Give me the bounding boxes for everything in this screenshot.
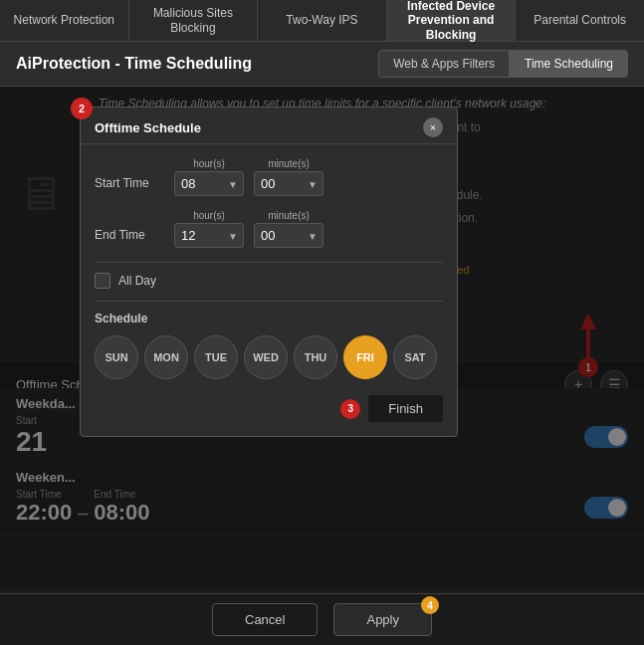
start-time-row: Start Time hour(s) 08 ▼ minute(s) (95, 158, 443, 196)
apply-badge: 4 (421, 596, 439, 614)
tab-parental-controls[interactable]: Parental Controls (516, 0, 644, 41)
minutes-label-end: minute(s) (268, 210, 310, 221)
start-hours-select[interactable]: 08 (174, 171, 244, 196)
bottom-bar: Cancel Apply 4 (0, 593, 644, 645)
tab-malicious-sites[interactable]: Malicious Sites Blocking (129, 0, 259, 41)
sub-tab-time-scheduling[interactable]: Time Scheduling (510, 50, 628, 78)
finish-row: 3 Finish (95, 395, 443, 422)
day-btn-sat[interactable]: SAT (393, 335, 437, 379)
day-buttons: SUN MON TUE WED THU FRI SAT (95, 335, 443, 379)
hours-label-end: hour(s) (193, 210, 225, 221)
day-btn-thu[interactable]: THU (294, 335, 337, 379)
sub-tab-web-apps[interactable]: Web & Apps Filters (378, 50, 510, 78)
modal-header: Offtime Schedule × (81, 108, 457, 144)
hours-label-start: hour(s) (193, 158, 225, 169)
page-header: AiProtection - Time Scheduling Web & App… (0, 42, 644, 87)
main-content: Time Scheduling allows you to set up tim… (0, 87, 644, 586)
all-day-label: All Day (118, 274, 156, 288)
modal-close-button[interactable]: × (423, 117, 443, 137)
end-minutes-group: minute(s) 00 ▼ (254, 210, 323, 248)
finish-button[interactable]: Finish (368, 395, 443, 422)
day-btn-mon[interactable]: MON (144, 335, 188, 379)
start-minutes-select-wrapper[interactable]: 00 ▼ (254, 171, 323, 196)
start-minutes-select[interactable]: 00 (254, 171, 323, 196)
modal-body: Start Time hour(s) 08 ▼ minute(s) (81, 144, 457, 436)
all-day-checkbox[interactable] (95, 273, 110, 289)
all-day-row: All Day (95, 273, 443, 289)
sub-tabs: Web & Apps Filters Time Scheduling (378, 50, 628, 78)
tab-bar: Network Protection Malicious Sites Block… (0, 0, 644, 42)
start-time-label: Start Time (95, 176, 164, 196)
modal-overlay: 2 Offtime Schedule × Start Time hour(s) (0, 87, 644, 586)
step-badge-2: 2 (71, 98, 93, 119)
apply-button[interactable]: Apply 4 (333, 603, 432, 636)
end-time-row: End Time hour(s) 12 ▼ minute(s) (95, 210, 443, 248)
page-title: AiProtection - Time Scheduling (16, 55, 252, 73)
day-btn-tue[interactable]: TUE (194, 335, 238, 379)
offtime-modal: 2 Offtime Schedule × Start Time hour(s) (80, 107, 458, 437)
day-btn-wed[interactable]: WED (244, 335, 288, 379)
modal-title: Offtime Schedule (95, 120, 201, 135)
day-btn-sun[interactable]: SUN (95, 335, 138, 379)
cancel-button[interactable]: Cancel (212, 603, 318, 636)
divider (95, 262, 443, 263)
finish-wrapper: 3 Finish (368, 395, 443, 422)
end-hours-select-wrapper[interactable]: 12 ▼ (174, 223, 244, 248)
start-minutes-group: minute(s) 00 ▼ (254, 158, 323, 196)
start-hours-group: hour(s) 08 ▼ (174, 158, 244, 196)
start-hours-select-wrapper[interactable]: 08 ▼ (174, 171, 244, 196)
day-btn-fri[interactable]: FRI (343, 335, 387, 379)
end-time-label: End Time (95, 228, 164, 248)
end-hours-select[interactable]: 12 (174, 223, 244, 248)
divider-2 (95, 301, 443, 302)
end-hours-group: hour(s) 12 ▼ (174, 210, 244, 248)
end-minutes-select-wrapper[interactable]: 00 ▼ (254, 223, 323, 248)
minutes-label-start: minute(s) (268, 158, 310, 169)
step-badge-3: 3 (340, 399, 360, 419)
tab-network-protection[interactable]: Network Protection (0, 0, 129, 41)
end-minutes-select[interactable]: 00 (254, 223, 323, 248)
tab-two-way-ips[interactable]: Two-Way IPS (258, 0, 387, 41)
schedule-label: Schedule (95, 312, 443, 325)
tab-infected-device[interactable]: Infected Device Prevention and Blocking (387, 0, 517, 41)
